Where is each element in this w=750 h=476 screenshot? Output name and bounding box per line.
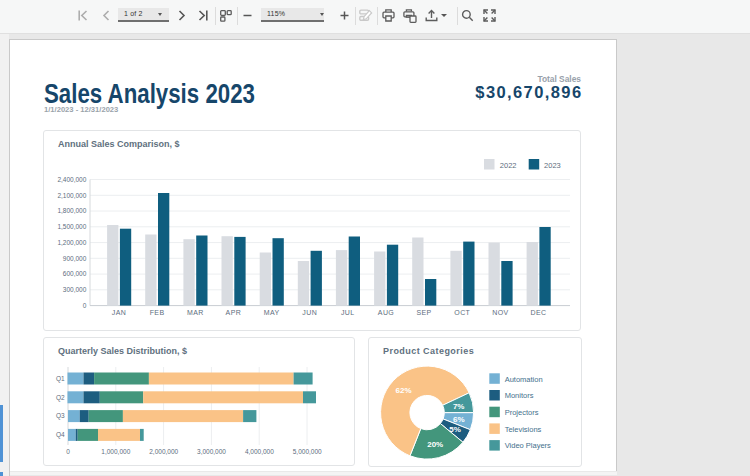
svg-text:2,100,000: 2,100,000 — [57, 192, 86, 199]
svg-text:600,000: 600,000 — [63, 270, 87, 277]
svg-text:APR: APR — [226, 309, 242, 316]
svg-text:2023: 2023 — [544, 161, 561, 170]
svg-text:20%: 20% — [427, 440, 443, 449]
svg-text:2,400,000: 2,400,000 — [57, 176, 86, 183]
svg-text:Video Players: Video Players — [505, 441, 551, 450]
svg-text:JUL: JUL — [341, 309, 355, 316]
svg-text:Automation: Automation — [505, 375, 543, 384]
svg-text:5%: 5% — [449, 425, 461, 434]
svg-text:900,000: 900,000 — [63, 255, 87, 262]
svg-text:Monitors: Monitors — [505, 391, 534, 400]
svg-text:1,500,000: 1,500,000 — [57, 223, 86, 230]
svg-text:NOV: NOV — [492, 309, 508, 316]
svg-text:SEP: SEP — [416, 309, 431, 316]
svg-text:MAY: MAY — [264, 309, 280, 316]
svg-text:7%: 7% — [453, 402, 465, 411]
svg-text:MAR: MAR — [187, 309, 204, 316]
svg-text:FEB: FEB — [150, 309, 165, 316]
svg-text:2022: 2022 — [500, 161, 517, 170]
svg-text:5,000,000: 5,000,000 — [293, 448, 322, 455]
svg-text:Televisions: Televisions — [505, 425, 542, 434]
svg-text:4,000,000: 4,000,000 — [245, 448, 274, 455]
svg-text:DEC: DEC — [531, 309, 547, 316]
svg-text:OCT: OCT — [454, 309, 470, 316]
svg-text:3,000,000: 3,000,000 — [197, 448, 226, 455]
svg-text:Q3: Q3 — [56, 412, 65, 420]
svg-text:Q1: Q1 — [56, 375, 65, 383]
svg-text:0: 0 — [66, 448, 70, 455]
svg-text:300,000: 300,000 — [63, 286, 87, 293]
svg-text:2,000,000: 2,000,000 — [149, 448, 178, 455]
svg-text:6%: 6% — [453, 415, 465, 424]
svg-text:Q2: Q2 — [56, 394, 65, 402]
svg-text:JAN: JAN — [112, 309, 126, 316]
svg-text:1,000,000: 1,000,000 — [101, 448, 130, 455]
svg-text:AUG: AUG — [378, 309, 394, 316]
svg-text:62%: 62% — [395, 386, 411, 395]
svg-text:1,800,000: 1,800,000 — [57, 207, 86, 214]
svg-text:JUN: JUN — [302, 309, 317, 316]
svg-text:Q4: Q4 — [56, 431, 65, 439]
svg-text:Projectors: Projectors — [505, 408, 539, 417]
svg-text:0: 0 — [83, 302, 87, 309]
svg-text:1,200,000: 1,200,000 — [57, 239, 86, 246]
